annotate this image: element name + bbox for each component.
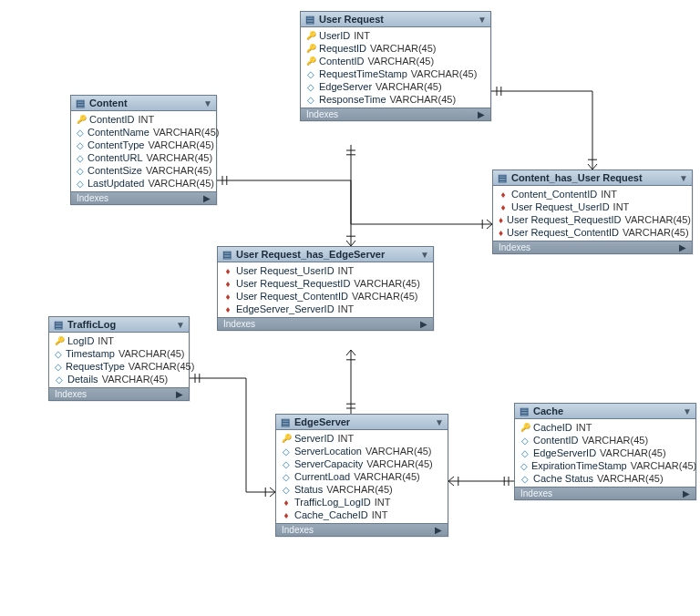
column-icon: ◇	[77, 140, 84, 149]
chevron-down-icon[interactable]: ▼	[683, 406, 692, 416]
column-icon: ◇	[77, 153, 84, 162]
column-row[interactable]: ◇ContentTypeVARCHAR(45)	[71, 139, 216, 151]
column-row[interactable]: 🔑ContentIDINT	[71, 113, 216, 126]
column-row[interactable]: 🔑ServerIDINT	[276, 432, 448, 445]
column-type: INT	[139, 114, 155, 125]
column-name: ServerCapacity	[294, 458, 363, 469]
table-footer[interactable]: Indexes▶	[218, 317, 433, 330]
table-header[interactable]: ▤Cache▼	[515, 404, 695, 419]
table-title: Content	[89, 98, 128, 108]
chevron-down-icon[interactable]: ▼	[478, 15, 487, 25]
chevron-down-icon[interactable]: ▼	[420, 250, 429, 260]
arrow-right-icon: ▶	[203, 193, 211, 203]
table-footer[interactable]: Indexes▶	[515, 487, 695, 499]
column-icon: ◇	[55, 362, 62, 371]
table-content[interactable]: ▤Content▼🔑ContentIDINT◇ContentNameVARCHA…	[70, 95, 217, 205]
column-row[interactable]: ◇TimestampVARCHAR(45)	[49, 347, 189, 360]
column-icon: ◇	[520, 448, 530, 457]
column-row[interactable]: 🔑ContentIDVARCHAR(45)	[301, 55, 490, 67]
chevron-down-icon[interactable]: ▼	[203, 98, 212, 108]
column-icon: ◇	[520, 474, 530, 483]
column-row[interactable]: ♦Content_ContentIDINT	[493, 188, 692, 200]
column-name: UserID	[319, 30, 350, 41]
column-row[interactable]: ◇RequestTimeStampVARCHAR(45)	[301, 67, 490, 80]
column-list: ♦User Request_UserIDINT♦User Request_Req…	[218, 262, 433, 317]
column-name: ResponseTime	[319, 94, 386, 105]
column-row[interactable]: 🔑UserIDINT	[301, 29, 490, 42]
column-row[interactable]: ◇LastUpdatedVARCHAR(45)	[71, 177, 216, 190]
column-row[interactable]: ♦EdgeServer_ServerIDINT	[218, 303, 433, 315]
column-type: VARCHAR(45)	[352, 291, 418, 302]
foreign-key-icon: ♦	[223, 304, 232, 313]
table-footer[interactable]: Indexes▶	[493, 241, 692, 253]
column-row[interactable]: ◇Cache StatusVARCHAR(45)	[515, 472, 695, 485]
table-user_request_has_edgeserver[interactable]: ▤User Request_has_EdgeServer▼♦User Reque…	[217, 246, 434, 331]
column-row[interactable]: ♦User Request_RequestIDVARCHAR(45)	[493, 213, 692, 226]
column-icon: ◇	[77, 179, 84, 188]
column-row[interactable]: ♦User Request_RequestIDVARCHAR(45)	[218, 277, 433, 290]
column-row[interactable]: ◇ContentNameVARCHAR(45)	[71, 126, 216, 139]
chevron-down-icon[interactable]: ▼	[435, 417, 444, 427]
svg-line-16	[351, 350, 355, 355]
column-name: Status	[294, 484, 323, 495]
indexes-label: Indexes	[499, 242, 530, 252]
column-name: User Request_ContentID	[507, 227, 619, 238]
table-header[interactable]: ▤TrafficLog▼	[49, 317, 189, 333]
chevron-down-icon[interactable]: ▼	[679, 173, 688, 183]
table-title: Cache	[533, 406, 563, 416]
column-row[interactable]: ◇ContentURLVARCHAR(45)	[71, 151, 216, 164]
column-row[interactable]: ◇EdgeServerVARCHAR(45)	[301, 80, 490, 93]
key-icon: 🔑	[282, 434, 291, 443]
key-icon: 🔑	[520, 423, 530, 432]
relationship-line	[190, 378, 275, 492]
table-header[interactable]: ▤User Request▼	[301, 12, 490, 27]
column-row[interactable]: ♦Cache_CacheIDINT	[276, 508, 448, 521]
column-name: RequestID	[319, 43, 366, 54]
column-row[interactable]: ◇ServerCapacityVARCHAR(45)	[276, 457, 448, 470]
table-cache[interactable]: ▤Cache▼🔑CacheIDINT◇ContentIDVARCHAR(45)◇…	[514, 403, 696, 500]
column-row[interactable]: ♦User Request_UserIDINT	[493, 200, 692, 213]
column-row[interactable]: ◇CurrentLoadVARCHAR(45)	[276, 470, 448, 483]
column-row[interactable]: 🔑LogIDINT	[49, 334, 189, 347]
column-row[interactable]: ◇StatusVARCHAR(45)	[276, 483, 448, 496]
column-row[interactable]: ♦User Request_UserIDINT	[218, 264, 433, 277]
table-icon: ▤	[221, 249, 232, 260]
table-user_request[interactable]: ▤User Request▼🔑UserIDINT🔑RequestIDVARCHA…	[300, 11, 491, 121]
table-trafficlog[interactable]: ▤TrafficLog▼🔑LogIDINT◇TimestampVARCHAR(4…	[48, 316, 190, 401]
table-footer[interactable]: Indexes▶	[49, 387, 189, 400]
column-row[interactable]: ◇EdgeServerIDVARCHAR(45)	[515, 447, 695, 459]
table-header[interactable]: ▤EdgeServer▼	[276, 415, 448, 430]
column-name: Cache Status	[533, 473, 593, 484]
column-type: INT	[98, 335, 114, 346]
column-row[interactable]: ◇RequestTypeVARCHAR(45)	[49, 360, 189, 373]
table-footer[interactable]: Indexes▶	[301, 108, 490, 120]
column-row[interactable]: ◇DetailsVARCHAR(45)	[49, 373, 189, 385]
foreign-key-icon: ♦	[223, 266, 232, 275]
column-list: 🔑LogIDINT◇TimestampVARCHAR(45)◇RequestTy…	[49, 333, 189, 387]
table-content_has_user_request[interactable]: ▤Content_has_User Request▼♦Content_Conte…	[492, 169, 693, 254]
table-header[interactable]: ▤Content_has_User Request▼	[493, 170, 692, 186]
column-row[interactable]: ♦TrafficLog_LogIDINT	[276, 496, 448, 508]
chevron-down-icon[interactable]: ▼	[176, 320, 185, 330]
table-header[interactable]: ▤Content▼	[71, 96, 216, 111]
column-row[interactable]: 🔑RequestIDVARCHAR(45)	[301, 42, 490, 55]
column-row[interactable]: ◇ExpirationTimeStampVARCHAR(45)	[515, 459, 695, 472]
column-type: INT	[372, 509, 388, 520]
table-header[interactable]: ▤User Request_has_EdgeServer▼	[218, 247, 433, 262]
key-icon: 🔑	[306, 44, 315, 53]
column-row[interactable]: ◇ContentSizeVARCHAR(45)	[71, 164, 216, 177]
column-row[interactable]: ◇ResponseTimeVARCHAR(45)	[301, 93, 490, 106]
column-name: ContentName	[88, 127, 149, 138]
arrow-right-icon: ▶	[176, 389, 183, 399]
column-row[interactable]: ♦User Request_ContentIDVARCHAR(45)	[218, 290, 433, 303]
table-footer[interactable]: Indexes▶	[71, 191, 216, 204]
column-type: INT	[337, 433, 354, 444]
column-row[interactable]: 🔑CacheIDINT	[515, 421, 695, 434]
table-footer[interactable]: Indexes▶	[276, 523, 448, 536]
column-row[interactable]: ◇ServerLocationVARCHAR(45)	[276, 445, 448, 457]
relationship-line	[217, 180, 492, 224]
table-edgeserver[interactable]: ▤EdgeServer▼🔑ServerIDINT◇ServerLocationV…	[275, 414, 448, 537]
column-row[interactable]: ◇ContentIDVARCHAR(45)	[515, 434, 695, 447]
column-row[interactable]: ♦User Request_ContentIDVARCHAR(45)	[493, 226, 692, 239]
column-name: User Request_RequestID	[236, 278, 350, 289]
